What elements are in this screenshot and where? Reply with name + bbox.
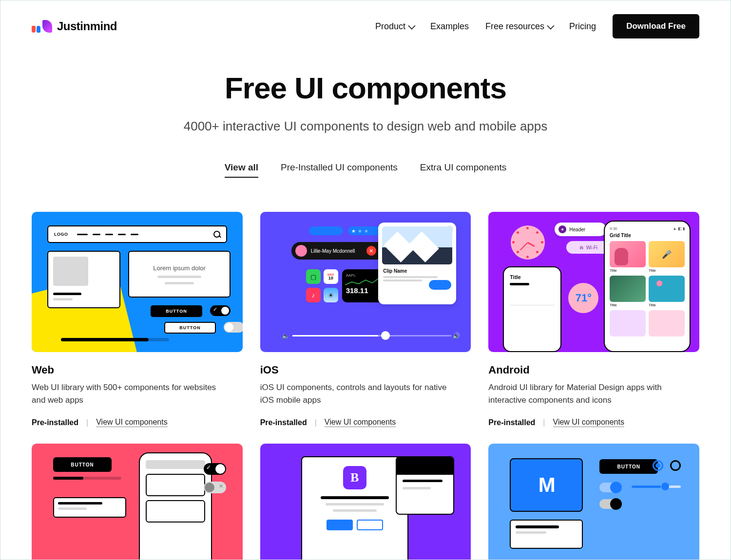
thumb-temperature: 71°: [568, 283, 598, 313]
nav-resources[interactable]: Free resources: [485, 21, 553, 32]
brand-name: Justinmind: [57, 19, 117, 33]
thumb-button-icon: BUTTON: [53, 457, 112, 472]
card-ios-badge: Pre-installed: [260, 418, 307, 427]
page-subtitle: 4000+ interactive UI components to desig…: [0, 119, 731, 134]
card-row2-b-thumb[interactable]: B: [260, 444, 471, 560]
card-web: LOGO Lorem ipsum dolor BUTTON BUTTON Web…: [32, 212, 243, 427]
card-web-desc: Web UI library with 500+ components for …: [32, 381, 230, 406]
progress-icon: [53, 477, 121, 480]
slider-icon: [632, 485, 681, 488]
card-web-thumb[interactable]: LOGO Lorem ipsum dolor BUTTON BUTTON: [32, 212, 243, 352]
calendar-icon: WED 10: [324, 269, 338, 284]
nav-examples-label: Examples: [430, 21, 469, 32]
card-web-badge: Pre-installed: [32, 418, 78, 427]
switch-on-icon: [599, 483, 621, 492]
card-android-thumb[interactable]: ●Header ⋒Wi-Fi 71° Title 9:30▲ ◧ ▮ Grid …: [488, 212, 699, 352]
card-row2-b: B: [260, 444, 471, 560]
toggle-on-icon: [204, 463, 226, 475]
switch-off-icon: [599, 499, 621, 509]
nav-examples[interactable]: Examples: [430, 21, 469, 32]
thumb-button-outline-icon: BUTTON: [164, 322, 216, 334]
thumb-clip-name: Clip Name: [378, 264, 456, 275]
thumb-header-chip: Header: [569, 227, 585, 232]
facetime-icon: ▢: [306, 269, 321, 284]
toggle-off-icon: [204, 482, 226, 493]
thumb-phone-title: Title: [510, 274, 555, 280]
tab-preinstalled[interactable]: Pre-Installed UI components: [281, 162, 398, 178]
card-ios-link[interactable]: View UI components: [325, 418, 396, 427]
brand[interactable]: Justinmind: [32, 19, 117, 33]
toggle-off-icon: [224, 322, 243, 333]
chevron-down-icon: [547, 22, 555, 30]
page-title: Free UI components: [0, 71, 731, 105]
card-ios-thumb[interactable]: ★★★ Lillie-May Mcdonnell ✕ ✆ ▢ WED 10 ♪ …: [260, 212, 471, 352]
tab-extra[interactable]: Extra UI components: [420, 162, 506, 178]
weather-icon: ☀: [324, 288, 338, 302]
nav-product-label: Product: [375, 21, 405, 32]
nav-pricing-label: Pricing: [569, 21, 596, 32]
volume-low-icon: 🔈: [282, 332, 289, 339]
wifi-icon: ⋒: [579, 245, 583, 250]
card-row2-a: BUTTON: [32, 444, 243, 560]
card-row2-c-thumb[interactable]: M BUTTON: [488, 444, 699, 560]
main-nav: Product Examples Free resources Pricing …: [375, 14, 699, 38]
volume-high-icon: 🔊: [452, 332, 460, 339]
music-icon: ♪: [306, 288, 321, 302]
card-ios: ★★★ Lillie-May Mcdonnell ✕ ✆ ▢ WED 10 ♪ …: [260, 212, 471, 427]
card-web-title: Web: [32, 364, 243, 376]
separator-icon: |: [543, 418, 545, 427]
card-ios-desc: iOS UI components, controls and layouts …: [260, 381, 459, 406]
header: Justinmind Product Examples Free resourc…: [0, 0, 731, 38]
nav-pricing[interactable]: Pricing: [569, 21, 596, 32]
nav-resources-label: Free resources: [485, 21, 544, 32]
card-row2-a-thumb[interactable]: BUTTON: [32, 444, 243, 560]
thumb-caller-name: Lillie-May Mcdonnell: [311, 248, 363, 254]
filter-tabs: View all Pre-Installed UI components Ext…: [0, 162, 731, 178]
card-ios-title: iOS: [260, 364, 471, 376]
thumb-button-icon: BUTTON: [599, 459, 658, 474]
card-web-link[interactable]: View UI components: [96, 418, 167, 427]
card-android-title: Android: [488, 364, 699, 376]
thumb-logo-text: LOGO: [54, 232, 68, 237]
mui-icon: M: [539, 473, 555, 497]
separator-icon: |: [315, 418, 317, 427]
radio-on-icon: [653, 460, 663, 471]
download-button[interactable]: Download Free: [613, 14, 699, 38]
thumb-grid-title: Grid Title: [610, 233, 685, 238]
chevron-down-icon: [408, 22, 416, 30]
avatar-icon: [295, 245, 307, 257]
decline-call-icon: ✕: [366, 246, 376, 256]
card-row2-c: M BUTTON: [488, 444, 699, 560]
component-grid: LOGO Lorem ipsum dolor BUTTON BUTTON Web…: [0, 212, 731, 560]
slider-icon: [61, 338, 149, 341]
toggle-on-icon: [210, 305, 231, 316]
card-android-desc: Android UI library for Material Design a…: [488, 381, 687, 406]
card-android-badge: Pre-installed: [488, 418, 535, 427]
hero: Free UI components 4000+ interactive UI …: [0, 71, 731, 134]
bootstrap-icon: B: [343, 466, 366, 489]
separator-icon: |: [86, 418, 88, 427]
clock-icon: [511, 225, 545, 260]
card-android-link[interactable]: View UI components: [553, 418, 624, 427]
radio-off-icon: [670, 460, 681, 471]
tab-view-all[interactable]: View all: [225, 162, 258, 178]
thumb-wifi-chip: Wi-Fi: [586, 245, 597, 250]
logo-icon: [32, 20, 52, 33]
nav-product[interactable]: Product: [375, 21, 414, 32]
thumb-button-icon: BUTTON: [151, 305, 202, 317]
search-icon: [213, 231, 220, 238]
thumb-lorem: Lorem ipsum dolor: [153, 264, 206, 272]
card-android: ●Header ⋒Wi-Fi 71° Title 9:30▲ ◧ ▮ Grid …: [488, 212, 699, 427]
